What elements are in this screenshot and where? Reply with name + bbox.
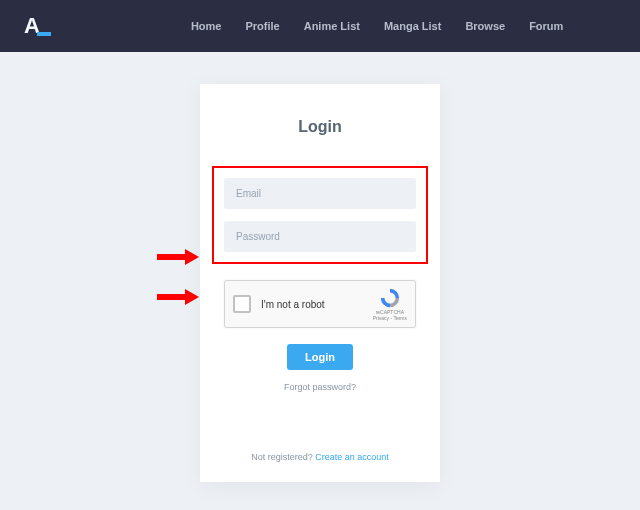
recaptcha-icon xyxy=(379,287,401,309)
email-input[interactable] xyxy=(224,178,416,209)
recaptcha-terms[interactable]: Privacy - Terms xyxy=(373,315,407,321)
navbar: A Home Profile Anime List Manga List Bro… xyxy=(0,0,640,52)
main-content: Login I'm not a robot reCAPTCHA Privacy … xyxy=(0,52,640,482)
nav-anime-list[interactable]: Anime List xyxy=(304,20,360,32)
nav-browse[interactable]: Browse xyxy=(465,20,505,32)
password-input[interactable] xyxy=(224,221,416,252)
recaptcha-widget[interactable]: I'm not a robot reCAPTCHA Privacy - Term… xyxy=(224,280,416,328)
nav-links: Home Profile Anime List Manga List Brows… xyxy=(191,20,563,32)
register-prompt: Not registered? Create an account xyxy=(200,452,440,462)
nav-forum[interactable]: Forum xyxy=(529,20,563,32)
login-card: Login I'm not a robot reCAPTCHA Privacy … xyxy=(200,84,440,482)
svg-rect-0 xyxy=(157,254,185,260)
logo[interactable]: A xyxy=(24,13,51,39)
nav-profile[interactable]: Profile xyxy=(245,20,279,32)
nav-manga-list[interactable]: Manga List xyxy=(384,20,441,32)
login-button[interactable]: Login xyxy=(287,344,353,370)
recaptcha-badge: reCAPTCHA Privacy - Terms xyxy=(373,287,407,321)
not-registered-text: Not registered? xyxy=(251,452,315,462)
recaptcha-label: I'm not a robot xyxy=(261,299,363,310)
arrow-icon xyxy=(157,289,199,305)
svg-marker-3 xyxy=(185,289,199,305)
login-title: Login xyxy=(200,118,440,136)
svg-marker-1 xyxy=(185,249,199,265)
annotation-highlight-box xyxy=(212,166,428,264)
forgot-password-link[interactable]: Forgot password? xyxy=(200,382,440,392)
arrow-icon xyxy=(157,249,199,265)
recaptcha-checkbox[interactable] xyxy=(233,295,251,313)
nav-home[interactable]: Home xyxy=(191,20,222,32)
logo-accent xyxy=(37,32,51,36)
svg-rect-2 xyxy=(157,294,185,300)
create-account-link[interactable]: Create an account xyxy=(315,452,389,462)
